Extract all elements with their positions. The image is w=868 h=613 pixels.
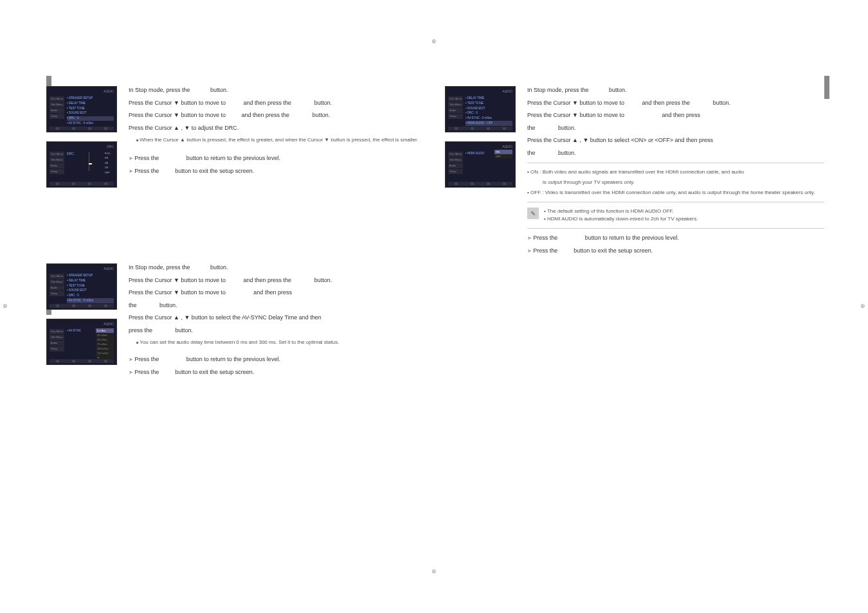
step: Press the Cursor ▼ button to move to Aud… [527,99,824,108]
divider [527,228,824,229]
note: You can set the audio delay time between… [136,339,426,346]
step: press the ENTER button. [129,326,426,335]
cropmark-right: ⊕ [860,302,865,311]
return-hint: Press the RETURN button to return to the… [527,234,824,243]
cropmark-bottom: ⊕ [424,567,444,576]
step: the ENTER button. [129,301,426,310]
exit-hint: Press the EXIT button to exit the setup … [129,167,426,176]
return-hint: Press the RETURN button to return to the… [129,355,426,364]
off-desc: • OFF : Video is transmitted over the HD… [527,189,824,197]
divider [527,202,824,202]
note-icon: ✎ [527,208,539,219]
step: In Stop mode, press the MENU button. [527,86,824,95]
step: Press the Cursor ▼ button to move to DRC… [129,111,426,120]
step: Press the Cursor ▼ button to move to AV-… [129,289,426,298]
cropmark-top: ⊕ [424,37,444,46]
on-desc2: is output through your TV speakers only. [543,179,824,186]
divider [527,163,824,163]
exit-hint: Press the EXIT button to exit the setup … [527,247,824,256]
step: Press the Cursor ▼ button to move to HDM… [527,111,824,120]
left-page: AUDIO Disc MenuTitle Menu AudioSetup • S… [46,86,426,536]
right-page: AUDIO Disc MenuTitle Menu AudioSetup • D… [445,86,824,536]
screenshot-avsync-menu: AUDIO Disc MenuTitle Menu AudioSetup • S… [46,263,117,310]
hdmi-section: AUDIO Disc MenuTitle Menu AudioSetup • D… [445,86,824,259]
step: Press the Cursor ▼ button to move to Aud… [129,99,426,108]
screenshot-hdmi-popup: AUDIO Disc MenuTitle Menu AudioSetup • H… [445,141,516,188]
screenshot-drc-slider: DRC Disc MenuTitle Menu AudioSetup DRC F… [46,141,117,188]
step: Press the Cursor ▲ , ▼ button to select … [129,314,426,323]
drc-section: AUDIO Disc MenuTitle Menu AudioSetup • S… [46,86,426,188]
screenshot-avsync-popup: AUDIO Disc MenuTitle Menu AudioSetup • A… [46,319,117,365]
return-hint: Press the RETURN button to return to the… [129,154,426,163]
step: the ENTER button. [527,149,824,158]
note: When the Cursor ▲ button is pressed, the… [136,136,426,144]
exit-hint: Press the EXIT button to exit the setup … [129,368,426,377]
step: Press the Cursor ▲ , ▼ button to select … [527,136,824,145]
on-desc: • ON : Both video and audio signals are … [527,168,824,176]
step: Press the Cursor ▲ , ▼ to adjust the DRC… [129,124,426,133]
cropmark-left: ⊕ [3,302,8,311]
step: In Stop mode, press the MENU button. [129,263,426,272]
avsync-section: AUDIO Disc MenuTitle Menu AudioSetup • S… [46,263,426,380]
step: Press the Cursor ▼ button to move to Aud… [129,276,426,285]
screenshot-hdmi-menu: AUDIO Disc MenuTitle Menu AudioSetup • D… [445,86,516,132]
screenshot-drc-menu: AUDIO Disc MenuTitle Menu AudioSetup • S… [46,86,117,132]
page-tab [824,76,829,99]
note-box: ✎ • The default setting of this function… [527,208,824,223]
step: the ENTER button. [527,124,824,133]
step: In Stop mode, press the MENU button. [129,86,426,95]
